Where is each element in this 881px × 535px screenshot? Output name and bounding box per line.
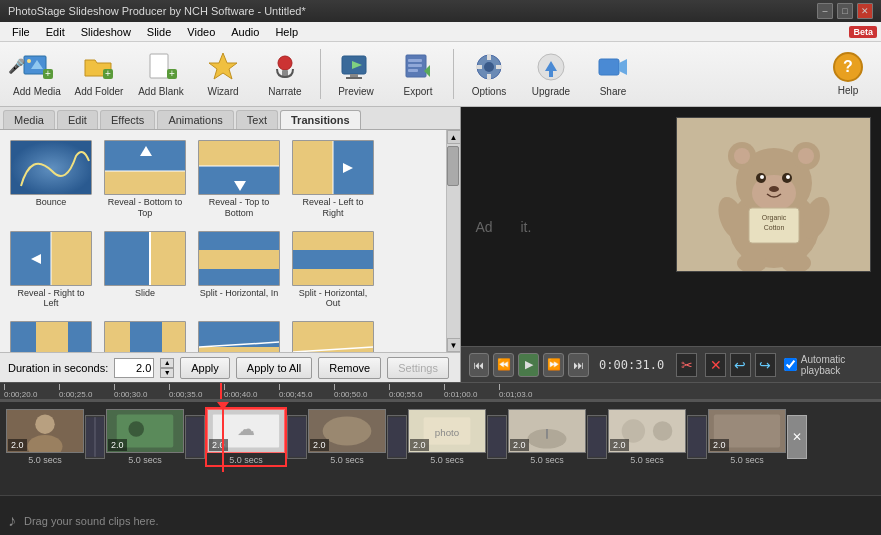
spin-down-button[interactable]: ▼ [160, 368, 174, 378]
transition-split-ho[interactable]: Split - Horizontal, Out [288, 227, 378, 314]
clip-item[interactable]: photo 2.0 5.0 secs [407, 409, 487, 465]
remove-last-clip-button[interactable]: ✕ [787, 415, 807, 459]
clip-item[interactable]: 2.0 5.0 secs [507, 409, 587, 465]
play-button[interactable]: ▶ [518, 353, 539, 377]
clip-thumb: 2.0 [608, 409, 686, 453]
options-button[interactable]: Options [460, 46, 518, 102]
skip-end-button[interactable]: ⏭ [568, 353, 589, 377]
wizard-button[interactable]: Wizard [194, 46, 252, 102]
redo-button[interactable]: ↪ [755, 353, 776, 377]
apply-button[interactable]: Apply [180, 357, 230, 379]
clip-item[interactable]: 2.0 5.0 secs [105, 409, 185, 465]
transition-bounce[interactable]: Bounce [6, 136, 96, 223]
menu-video[interactable]: Video [179, 24, 223, 40]
menu-edit[interactable]: Edit [38, 24, 73, 40]
clip-item[interactable]: 2.0 5.0 secs [607, 409, 687, 465]
wizard-icon [207, 51, 239, 83]
upgrade-button[interactable]: Upgrade [522, 46, 580, 102]
transition-thumb-split-ho [292, 231, 374, 286]
duration-input[interactable] [114, 358, 154, 378]
svg-point-2 [27, 59, 31, 63]
clip-item[interactable]: 2.0 5.0 secs [307, 409, 387, 465]
add-media-icon: + [21, 51, 53, 83]
menu-slideshow[interactable]: Slideshow [73, 24, 139, 40]
transition-wipe-tb[interactable]: Wipe - Top to Bottom [288, 317, 378, 352]
auto-playback-checkbox[interactable] [784, 358, 797, 371]
minimize-button[interactable]: – [817, 3, 833, 19]
transition-label-reveal-lr: Reveal - Left to Right [292, 197, 374, 219]
menu-slide[interactable]: Slide [139, 24, 179, 40]
svg-point-94 [128, 421, 144, 437]
svg-rect-31 [11, 141, 92, 195]
remove-button[interactable]: Remove [318, 357, 381, 379]
narrate-button[interactable]: Narrate [256, 46, 314, 102]
preview-button[interactable]: Preview [327, 46, 385, 102]
add-folder-button[interactable]: + Add Folder [70, 46, 128, 102]
timeline-area[interactable]: 2.0 5.0 secs 2.0 5.0 secs [0, 400, 881, 495]
add-blank-button[interactable]: + Add Blank [132, 46, 190, 102]
transition-wipe-bt[interactable]: Wipe - Bottom to Top [194, 317, 284, 352]
delete-button[interactable]: ✕ [705, 353, 726, 377]
svg-marker-30 [619, 59, 627, 75]
svg-rect-110 [588, 417, 606, 457]
scroll-up-arrow[interactable]: ▲ [447, 130, 460, 144]
menu-help[interactable]: Help [267, 24, 306, 40]
transition-split-vi[interactable]: Split - Vertical, In [6, 317, 96, 352]
timeline-track: 2.0 5.0 secs 2.0 5.0 secs [0, 402, 881, 472]
transition-connector [387, 415, 407, 459]
export-label: Export [404, 86, 433, 97]
transition-slide[interactable]: Slide [100, 227, 190, 314]
add-media-button[interactable]: + Add Media [8, 46, 66, 102]
clip-item[interactable]: 2.0 5.0 secs [5, 409, 85, 465]
transition-reveal-bt[interactable]: Reveal - Bottom to Top [100, 136, 190, 223]
transition-label-split-ho: Split - Horizontal, Out [292, 288, 374, 310]
add-media-label: Add Media [13, 86, 61, 97]
auto-playback-label: Automatic playback [801, 354, 873, 376]
undo-button[interactable]: ↩ [730, 353, 751, 377]
svg-rect-114 [688, 417, 706, 457]
teddy-preview-image: Organic Cotton [676, 117, 871, 272]
clip-duration-label: 2.0 [209, 439, 228, 451]
tab-transitions[interactable]: Transitions [280, 110, 361, 129]
transition-label-reveal-tb: Reveal - Top to Bottom [198, 197, 280, 219]
scrollbar-thumb[interactable] [447, 146, 459, 186]
step-back-button[interactable]: ⏪ [493, 353, 514, 377]
transitions-scrollbar[interactable]: ▲ ▼ [446, 130, 460, 352]
transition-reveal-lr[interactable]: Reveal - Left to Right [288, 136, 378, 223]
menu-audio[interactable]: Audio [223, 24, 267, 40]
playback-controls: ⏮ ⏪ ▶ ⏩ ⏭ 0:00:31.0 ✂ ✕ ↩ ↪ Automatic pl… [461, 346, 882, 382]
tab-media[interactable]: Media [3, 110, 55, 129]
clip-item[interactable]: ☁ 2.0 5.0 secs [205, 407, 287, 467]
apply-all-button[interactable]: Apply to All [236, 357, 312, 379]
export-button[interactable]: Export [389, 46, 447, 102]
step-forward-button[interactable]: ⏩ [543, 353, 564, 377]
tab-edit[interactable]: Edit [57, 110, 98, 129]
clip-item[interactable]: 2.0 5.0 secs [707, 409, 787, 465]
playhead-triangle [217, 402, 229, 410]
menu-file[interactable]: File [4, 24, 38, 40]
tab-animations[interactable]: Animations [157, 110, 233, 129]
help-label: Help [838, 85, 859, 96]
svg-rect-56 [293, 269, 374, 286]
help-button[interactable]: ? Help [823, 46, 873, 102]
add-folder-icon: + [83, 51, 115, 83]
scroll-down-arrow[interactable]: ▼ [447, 338, 460, 352]
ruler-mark: 0:00;45.0 [279, 384, 334, 399]
skip-start-button[interactable]: ⏮ [469, 353, 490, 377]
transition-reveal-rl[interactable]: Reveal - Right to Left [6, 227, 96, 314]
share-button[interactable]: Share [584, 46, 642, 102]
transition-split-hi[interactable]: Split - Horizontal, In [194, 227, 284, 314]
maximize-button[interactable]: □ [837, 3, 853, 19]
transition-reveal-tb[interactable]: Reveal - Top to Bottom [194, 136, 284, 223]
svg-rect-106 [488, 417, 506, 457]
close-button[interactable]: ✕ [857, 3, 873, 19]
tab-effects[interactable]: Effects [100, 110, 155, 129]
svg-point-78 [786, 175, 790, 179]
cut-button[interactable]: ✂ [676, 353, 697, 377]
narrate-icon [269, 51, 301, 83]
tab-text[interactable]: Text [236, 110, 278, 129]
transition-split-vo[interactable]: Split - Vertical, Out [100, 317, 190, 352]
duration-spinner[interactable]: ▲ ▼ [160, 358, 174, 378]
spin-up-button[interactable]: ▲ [160, 358, 174, 368]
settings-button[interactable]: Settings [387, 357, 449, 379]
